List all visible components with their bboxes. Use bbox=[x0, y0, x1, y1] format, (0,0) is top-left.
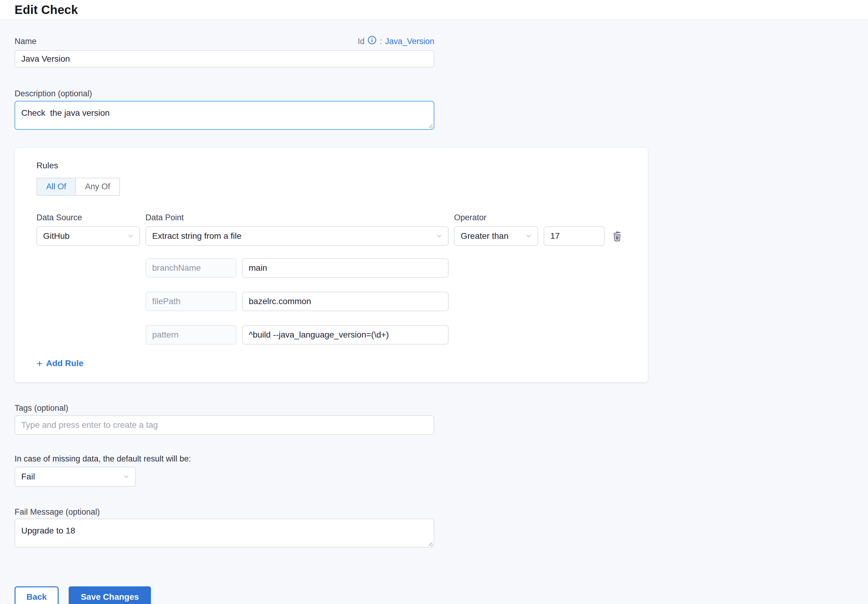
param-key-branch-name: branchName bbox=[146, 258, 237, 278]
back-button[interactable]: Back bbox=[15, 586, 59, 604]
operator-value-input[interactable] bbox=[544, 226, 604, 246]
rules-mode-toggle: All Of Any Of bbox=[36, 178, 120, 196]
param-row-branch-name: branchName bbox=[146, 258, 633, 278]
data-source-value: GitHub bbox=[43, 231, 70, 241]
missing-data-label: In case of missing data, the default res… bbox=[15, 454, 868, 464]
param-value-file-path[interactable] bbox=[242, 292, 449, 311]
data-source-label: Data Source bbox=[36, 213, 140, 222]
chevron-down-icon bbox=[127, 233, 134, 239]
data-point-select[interactable]: Extract string from a file bbox=[146, 226, 449, 246]
chevron-down-icon bbox=[436, 233, 442, 239]
param-row-pattern: pattern bbox=[146, 325, 633, 345]
page-header: Edit Check bbox=[0, 0, 868, 20]
rule-parameters: branchName filePath pattern bbox=[146, 258, 633, 345]
trash-icon bbox=[611, 230, 623, 242]
plus-icon: + bbox=[36, 359, 42, 368]
id-label: Id bbox=[358, 37, 365, 46]
description-textarea[interactable]: Check the java version bbox=[15, 101, 434, 130]
default-result-select[interactable]: Fail bbox=[15, 467, 136, 487]
param-value-branch-name[interactable] bbox=[242, 258, 449, 278]
toggle-all-of[interactable]: All Of bbox=[37, 179, 75, 195]
check-id-link[interactable]: Java_Version bbox=[385, 37, 434, 46]
data-point-label: Data Point bbox=[146, 213, 449, 222]
description-label: Description (optional) bbox=[15, 89, 434, 98]
id-colon: : bbox=[380, 37, 382, 46]
check-id-line: Id : Java_Version bbox=[358, 37, 434, 46]
default-result-value: Fail bbox=[21, 472, 35, 481]
rules-card: Rules All Of Any Of Data Source Data Poi… bbox=[15, 148, 648, 382]
name-label: Name bbox=[15, 36, 36, 46]
save-changes-button[interactable]: Save Changes bbox=[69, 586, 151, 604]
operator-label: Operator bbox=[454, 213, 538, 222]
param-value-pattern[interactable] bbox=[242, 325, 449, 345]
form-actions: Back Save Changes bbox=[15, 586, 868, 604]
rules-label: Rules bbox=[36, 161, 633, 171]
param-key-file-path: filePath bbox=[146, 292, 237, 311]
fail-message-label: Fail Message (optional) bbox=[15, 507, 434, 517]
name-input[interactable] bbox=[15, 50, 434, 67]
operator-value: Greater than bbox=[461, 231, 508, 241]
add-rule-label: Add Rule bbox=[46, 359, 84, 368]
info-icon[interactable] bbox=[367, 36, 377, 45]
toggle-any-of[interactable]: Any Of bbox=[75, 179, 119, 195]
rule-row: GitHub Extract string from a file Greate… bbox=[36, 226, 633, 246]
data-point-value: Extract string from a file bbox=[152, 231, 242, 241]
fail-message-textarea[interactable]: Upgrade to 18 bbox=[15, 519, 434, 548]
chevron-down-icon bbox=[525, 233, 532, 239]
param-row-file-path: filePath bbox=[146, 292, 633, 311]
add-rule-button[interactable]: + Add Rule bbox=[36, 359, 84, 368]
delete-rule-button[interactable] bbox=[610, 229, 624, 243]
page-title: Edit Check bbox=[15, 3, 78, 17]
edit-check-form: Name Id : Java_Version Description (opti… bbox=[0, 36, 868, 604]
data-source-select[interactable]: GitHub bbox=[36, 226, 140, 246]
tags-label: Tags (optional) bbox=[15, 403, 434, 413]
chevron-down-icon bbox=[123, 474, 130, 480]
tags-input[interactable] bbox=[15, 415, 434, 435]
param-key-pattern: pattern bbox=[146, 325, 237, 345]
operator-select[interactable]: Greater than bbox=[454, 226, 538, 246]
rule-column-labels: Data Source Data Point Operator bbox=[36, 213, 633, 222]
